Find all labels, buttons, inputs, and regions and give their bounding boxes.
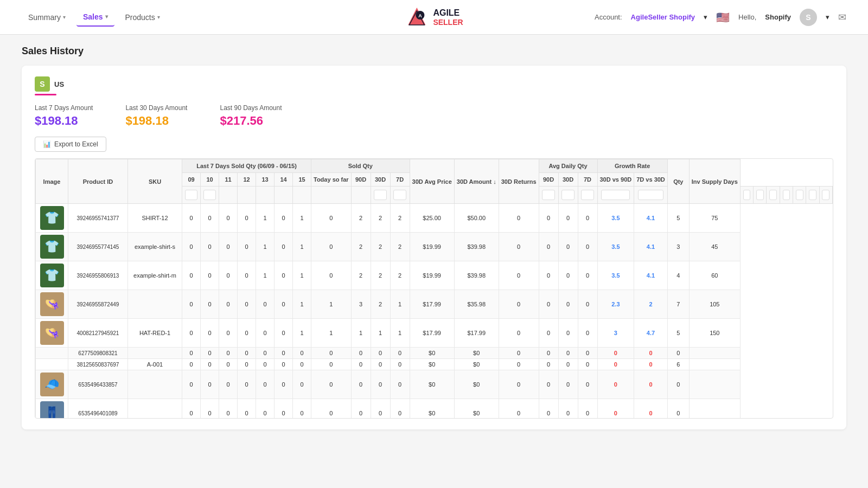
cell-sold-2: 0 xyxy=(371,370,390,399)
filter-qty-input[interactable] xyxy=(809,190,816,200)
filter-a7[interactable] xyxy=(767,187,780,204)
stat-7days: Last 7 Days Amount $198.18 xyxy=(35,104,93,128)
cell-day-5: 0 xyxy=(275,290,293,319)
sales-table-wrapper[interactable]: Image Product ID SKU Last 7 Days Sold Qt… xyxy=(35,158,833,419)
cell-avg-price: $0 xyxy=(410,399,454,419)
filter-sku-input[interactable] xyxy=(203,190,216,200)
cell-day-4: 0 xyxy=(256,290,275,319)
filter-a7-input[interactable] xyxy=(769,190,777,200)
mail-icon[interactable]: ✉ xyxy=(838,11,846,23)
cell-day-5: 0 xyxy=(275,348,293,359)
filter-s30[interactable] xyxy=(539,187,558,204)
export-label: Export to Excel xyxy=(54,140,98,148)
filter-g30v90[interactable] xyxy=(780,187,793,204)
account-chevron[interactable]: ▾ xyxy=(704,13,707,21)
filter-a90-input[interactable] xyxy=(743,190,751,200)
filter-pid-input[interactable] xyxy=(185,190,197,200)
cell-day-5: 0 xyxy=(275,233,293,261)
cell-growth-7v30: 4.1 xyxy=(634,204,668,233)
store-header: S US xyxy=(35,76,833,92)
filter-returns-input[interactable] xyxy=(638,190,663,200)
cell-sold-3: 1 xyxy=(390,290,410,319)
cell-day-2: 0 xyxy=(219,204,238,233)
filter-a30-input[interactable] xyxy=(756,190,764,200)
filter-g30v90-input[interactable] xyxy=(783,190,790,200)
hello-text: Hello, xyxy=(738,13,756,21)
cell-sold-0: 0 xyxy=(311,370,352,399)
cell-sold-0: 0 xyxy=(311,348,352,359)
table-row: 👕39246955806913example-shirt-m0000101022… xyxy=(36,261,833,290)
filter-today[interactable] xyxy=(371,187,390,204)
col-day-14: 14 xyxy=(275,173,293,187)
table-row: 👕39246955774145example-shirt-s0000101022… xyxy=(36,233,833,261)
nav-products[interactable]: Products ▾ xyxy=(119,9,167,26)
filter-a30[interactable] xyxy=(754,187,767,204)
filter-avgprice-input[interactable] xyxy=(581,190,594,200)
filter-inv[interactable] xyxy=(819,187,832,204)
cell-sold-0: 0 xyxy=(311,399,352,419)
user-chevron[interactable]: ▾ xyxy=(826,13,829,21)
cell-growth-30v90: 2.3 xyxy=(597,290,634,319)
cell-avg-daily-1: 0 xyxy=(558,319,578,348)
filter-pid[interactable] xyxy=(182,187,201,204)
table-body: 👕39246955741377SHIRT-1200001010222$25.00… xyxy=(36,204,833,419)
filter-g7v30[interactable] xyxy=(793,187,806,204)
filter-inv-input[interactable] xyxy=(822,190,829,200)
filter-amount[interactable] xyxy=(597,187,634,204)
cell-day-5: 0 xyxy=(275,359,293,370)
cell-amount: $39.98 xyxy=(454,233,499,261)
cell-qty: 5 xyxy=(667,319,689,348)
cell-day-2: 0 xyxy=(219,261,238,290)
filter-g7v30-input[interactable] xyxy=(796,190,803,200)
export-excel-button[interactable]: 📊 Export to Excel xyxy=(35,137,106,152)
cell-day-5: 0 xyxy=(275,399,293,419)
filter-s30-input[interactable] xyxy=(542,190,555,200)
stats-row: Last 7 Days Amount $198.18 Last 30 Days … xyxy=(35,104,833,128)
logo: A AGILE SELLER xyxy=(405,5,463,29)
filter-d13 xyxy=(293,187,311,204)
filter-today-input[interactable] xyxy=(374,190,387,200)
cell-day-2: 0 xyxy=(219,399,238,419)
cell-sold-2: 0 xyxy=(371,359,390,370)
cell-day-6: 0 xyxy=(293,370,311,399)
col-day-13: 13 xyxy=(256,173,275,187)
filter-qty[interactable] xyxy=(806,187,819,204)
account-name[interactable]: AgileSeller Shopify xyxy=(631,13,695,21)
cell-growth-7v30: 4.7 xyxy=(634,319,668,348)
filter-returns[interactable] xyxy=(634,187,668,204)
cell-avg-daily-2: 0 xyxy=(578,204,597,233)
cell-avg-daily-0: 0 xyxy=(539,319,558,348)
stat-7days-label: Last 7 Days Amount xyxy=(35,104,93,112)
filter-s90[interactable] xyxy=(390,187,410,204)
filter-s7-input[interactable] xyxy=(561,190,575,200)
cell-day-1: 0 xyxy=(201,261,219,290)
cell-product-id: 38125650837697 xyxy=(68,359,128,370)
cell-avg-daily-2: 0 xyxy=(578,319,597,348)
cell-day-3: 0 xyxy=(238,204,256,233)
cell-image: 👒 xyxy=(36,290,68,319)
cell-image: 👕 xyxy=(36,233,68,261)
filter-a90[interactable] xyxy=(740,187,753,204)
user-name: Shopify xyxy=(765,13,791,21)
cell-avg-daily-1: 0 xyxy=(558,348,578,359)
store-underline xyxy=(35,94,56,95)
filter-sku[interactable] xyxy=(201,187,219,204)
cell-avg-daily-0: 0 xyxy=(539,399,558,419)
svg-text:A: A xyxy=(418,13,422,18)
cell-image: 👕 xyxy=(36,261,68,290)
cell-day-3: 0 xyxy=(238,370,256,399)
cell-day-2: 0 xyxy=(219,359,238,370)
cell-avg-daily-0: 0 xyxy=(539,204,558,233)
filter-s7[interactable] xyxy=(558,187,578,204)
cell-avg-price: $0 xyxy=(410,359,454,370)
filter-avgprice[interactable] xyxy=(578,187,597,204)
cell-returns: 0 xyxy=(499,370,539,399)
nav-summary[interactable]: Summary ▾ xyxy=(22,9,72,26)
user-avatar[interactable]: S xyxy=(800,9,817,26)
filter-amount-input[interactable] xyxy=(601,190,630,200)
cell-avg-daily-1: 0 xyxy=(558,261,578,290)
cell-sku: example-shirt-m xyxy=(128,261,182,290)
nav-sales[interactable]: Sales ▾ xyxy=(76,8,114,27)
filter-s90-input[interactable] xyxy=(393,190,406,200)
cell-day-2: 0 xyxy=(219,233,238,261)
